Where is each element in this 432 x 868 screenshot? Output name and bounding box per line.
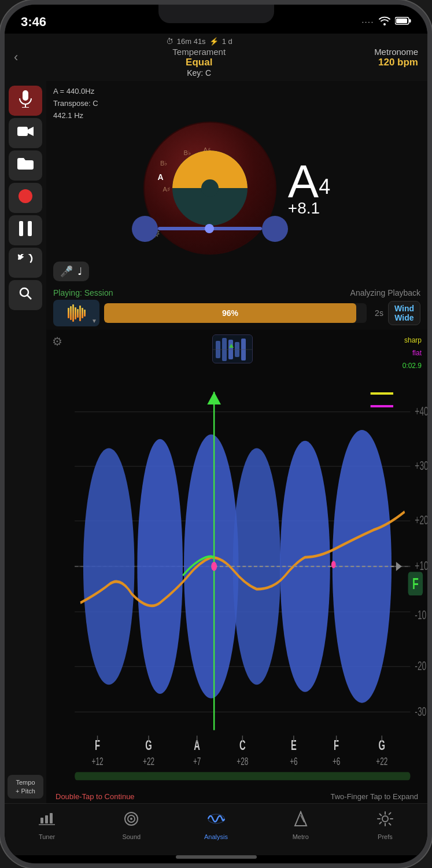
svg-text:+7: +7 (193, 755, 201, 767)
svg-text:+6: +6 (290, 755, 298, 767)
playback-status-row: Playing: Session Analyzing Playback (53, 288, 420, 297)
svg-rect-76 (50, 813, 53, 823)
waveform-thumbnail[interactable]: ▼ (53, 300, 99, 326)
status-time: 3:46 (21, 14, 46, 30)
pause-button[interactable] (9, 215, 42, 245)
svg-point-30 (137, 439, 183, 694)
tab-prefs[interactable]: Prefs (343, 808, 427, 840)
note-letter-container: A4 (288, 159, 330, 205)
header-subtitle: Equal (24, 57, 374, 68)
back-button[interactable]: ‹ (14, 50, 18, 65)
svg-line-11 (27, 295, 31, 299)
flash-icon: ⚡ (209, 37, 219, 46)
left-sidebar: Tempo+ Pitch (5, 81, 46, 803)
freq-line2: Transpose: C (53, 98, 420, 110)
ear-right (262, 216, 288, 242)
sound-tab-label: Sound (122, 833, 141, 840)
tab-bar: Tuner Sound (5, 803, 427, 855)
metronome-bpm: 120 bpm (374, 57, 418, 68)
analysis-thumb[interactable] (212, 334, 253, 363)
flash-value: 1 d (222, 37, 232, 46)
svg-rect-2 (409, 19, 411, 23)
double-tap-hint: Double-Tap to Continue (56, 792, 135, 801)
freq-line1: A = 440.0Hz (53, 86, 420, 98)
record-button[interactable] (9, 183, 42, 213)
sharp-label: sharp (403, 334, 422, 347)
note-ah: A♯ (163, 186, 169, 193)
tab-analysis[interactable]: Analysis (173, 808, 258, 840)
needle-dot (205, 224, 214, 233)
svg-text:+12: +12 (92, 755, 104, 767)
progress-pct: 96% (222, 308, 238, 318)
video-button[interactable] (9, 118, 42, 148)
tap-hints: Double-Tap to Continue Two-Finger Tap to… (46, 792, 427, 801)
tab-tuner[interactable]: Tuner (5, 808, 89, 840)
wind-wide-button[interactable]: Wind Wide (388, 301, 420, 325)
music-notes-icon: ♩ (77, 265, 82, 278)
svg-point-84 (382, 816, 388, 822)
pause-icon (19, 221, 32, 240)
signal-dots-icon: ···· (362, 18, 374, 26)
mic-notes-toggle[interactable]: 🎤 ♩ (53, 262, 89, 281)
svg-text:+20: +20 (415, 513, 427, 527)
analysis-chart: +40 +30 +20 +10 F -10 -20 -30 F +12 G (46, 330, 427, 803)
analyzing-label: Analyzing Playback (350, 288, 420, 297)
prefs-tab-label: Prefs (378, 833, 393, 840)
mic-toggle-icon: 🎤 (60, 265, 73, 278)
analysis-header: ⚙ (46, 330, 427, 374)
analysis-tab-label: Analysis (204, 833, 228, 840)
tempo-pitch-button[interactable]: Tempo+ Pitch (8, 775, 43, 799)
analysis-gear-icon[interactable]: ⚙ (52, 334, 62, 348)
playing-label: Playing: Session (53, 288, 113, 297)
tuner-info: A = 440.0Hz Transpose: C 442.1 Hz (53, 86, 420, 122)
timer-value: 16m 41s (177, 37, 206, 46)
svg-rect-9 (28, 221, 32, 236)
needle-bar (158, 227, 262, 230)
search-button[interactable] (9, 280, 42, 310)
tuner-section: A = 440.0Hz Transpose: C 442.1 Hz B♭ A (46, 81, 427, 286)
svg-rect-8 (19, 221, 23, 236)
wifi-icon (379, 16, 390, 28)
tuner-display: B♭ A A♯ B♭ A♯ (53, 122, 420, 259)
svg-point-29 (83, 448, 135, 685)
analysis-legend: sharp flat 0:02.9 (403, 334, 422, 372)
header-center: ⏱ 16m 41s ⚡ 1 d Temperament Equal Key: C (24, 37, 374, 78)
battery-icon (395, 17, 411, 27)
header-key: Key: C (24, 68, 374, 78)
analysis-section: ⚙ (46, 330, 427, 803)
microphone-icon (19, 90, 32, 111)
timer-icon: ⏱ (166, 37, 173, 46)
waveform-mini-bars (68, 304, 86, 322)
svg-rect-6 (17, 127, 28, 136)
undo-button[interactable] (9, 248, 42, 278)
svg-text:+6: +6 (333, 755, 341, 767)
svg-text:-30: -30 (415, 704, 426, 719)
wide-label: Wide (394, 313, 414, 322)
tab-metro[interactable]: Metro (259, 808, 343, 840)
tuner-center-dot (201, 179, 219, 197)
svg-rect-75 (45, 815, 48, 823)
metro-tab-icon (294, 811, 308, 831)
undo-icon (18, 254, 33, 271)
progress-fill: 96% (104, 303, 356, 323)
header-title: Temperament (24, 47, 374, 57)
search-icon (19, 286, 32, 304)
tempo-pitch-label: Tempo+ Pitch (16, 779, 35, 794)
folder-icon (17, 157, 34, 174)
note-a-ring: A (157, 172, 163, 182)
svg-rect-74 (40, 818, 43, 823)
header-timer: ⏱ 16m 41s ⚡ 1 d (24, 37, 374, 46)
svg-rect-3 (23, 90, 28, 101)
folder-button[interactable] (9, 150, 42, 181)
record-icon (18, 189, 33, 207)
svg-rect-1 (396, 19, 407, 23)
analysis-tab-icon (207, 811, 226, 831)
svg-text:+10: +10 (415, 558, 427, 573)
svg-point-40 (331, 561, 336, 569)
tab-sound[interactable]: Sound (89, 808, 173, 840)
svg-point-7 (19, 189, 32, 203)
wind-label: Wind (394, 304, 414, 313)
microphone-button[interactable] (9, 86, 42, 116)
svg-text:+22: +22 (376, 755, 387, 767)
home-indicator (176, 855, 257, 859)
